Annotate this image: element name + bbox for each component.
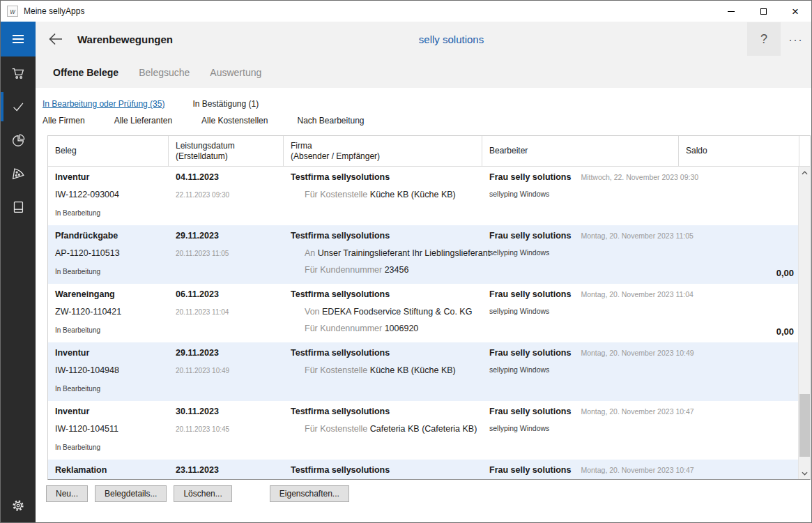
cell-bearbeiter: Frau selly solutions Montag, 20. Novembe… xyxy=(482,284,679,342)
company-name: Testfirma sellysolutions xyxy=(291,172,390,183)
company-name: Testfirma sellysolutions xyxy=(291,289,390,300)
sidebar-item-tasks[interactable] xyxy=(1,90,36,123)
sidebar xyxy=(1,22,36,522)
col-header-saldo[interactable]: Saldo xyxy=(679,136,799,166)
editor-device: sellyping Windows xyxy=(489,190,549,198)
more-options-button[interactable]: ··· xyxy=(781,22,811,56)
company-line: Für Kundennummer 1006920 xyxy=(305,324,418,334)
sidebar-item-shop[interactable] xyxy=(1,56,36,90)
cell-bearbeiter: Frau selly solutions Montag, 20. Novembe… xyxy=(482,460,679,479)
cell-leistungsdatum: 23.11.2023 xyxy=(169,460,284,479)
cell-leistungsdatum: 29.11.2023 20.11.2023 11:05 xyxy=(169,225,284,284)
doc-status: In Bearbeitung xyxy=(55,266,100,277)
cell-bearbeiter: Frau selly solutions Montag, 20. Novembe… xyxy=(482,342,679,401)
company-line: Für Kostenstelle Cafeteria KB (Cafeteria… xyxy=(305,424,477,434)
close-button[interactable]: × xyxy=(779,1,811,22)
created-date: 20.11.2023 11:04 xyxy=(176,307,229,317)
filter-in-bearbeitung[interactable]: In Bearbeitung oder Prüfung (35) xyxy=(43,99,164,109)
back-arrow-icon xyxy=(47,31,64,47)
col-header-bearbeiter[interactable]: Bearbeiter xyxy=(482,136,679,166)
table-row[interactable]: Reklamation 23.11.2023 Testfirma sellyso… xyxy=(48,460,799,479)
company-name: Testfirma sellysolutions xyxy=(291,231,390,241)
table-row[interactable]: Inventur IW-1120-104511 In Bearbeitung 3… xyxy=(48,401,799,460)
company-line: Für Kundennummer 23456 xyxy=(305,265,408,275)
doc-number: IW-1120-104948 xyxy=(55,365,119,376)
chevron-up-icon xyxy=(802,171,808,175)
loeschen-button[interactable]: Löschen... xyxy=(174,485,231,502)
company-name: Testfirma sellysolutions xyxy=(291,348,390,358)
check-icon xyxy=(10,99,26,114)
neu-button[interactable]: Neu... xyxy=(46,485,88,502)
col-header-firma[interactable]: Firma(Absender / Empfänger) xyxy=(284,136,482,166)
company-line: An Unser Trainingslieferant Ihr Liebling… xyxy=(305,248,490,259)
editor-date: Montag, 20. November 2023 11:04 xyxy=(581,290,694,298)
editor-device: sellyping Windows xyxy=(489,424,549,432)
filter-alle-lieferanten[interactable]: Alle Lieferanten xyxy=(114,116,172,126)
titlebar: w Meine sellyApps × xyxy=(1,1,811,22)
company-line: Von EDEKA Foodservice Stiftung & Co. KG xyxy=(305,307,472,317)
book-icon xyxy=(10,199,26,215)
sidebar-item-catering[interactable] xyxy=(1,157,36,190)
belegdetails-button[interactable]: Belegdetails... xyxy=(95,485,167,502)
footer-button-bar: Neu... Belegdetails... Löschen... Eigens… xyxy=(46,485,811,502)
help-button[interactable]: ? xyxy=(747,22,781,56)
tab-auswertung[interactable]: Auswertung xyxy=(210,67,261,78)
chevron-down-icon xyxy=(802,471,808,476)
doc-number: AP-1120-110513 xyxy=(55,248,120,259)
back-button[interactable] xyxy=(44,27,68,51)
editor-name: Frau selly solutions xyxy=(489,289,571,299)
filter-alle-kostenstellen[interactable]: Alle Kostenstellen xyxy=(201,116,268,126)
hamburger-menu-button[interactable] xyxy=(1,22,36,56)
doc-type: Wareneingang xyxy=(55,289,115,300)
saldo-value: 0,00 xyxy=(776,326,794,337)
cell-saldo: 0,00 xyxy=(679,284,799,342)
table-row[interactable]: Inventur IW-1120-104948 In Bearbeitung 2… xyxy=(48,342,799,401)
maximize-icon xyxy=(760,8,767,15)
cell-saldo xyxy=(679,460,799,479)
sidebar-spacer xyxy=(1,224,36,489)
page-header: Warenbewegungen selly solutions ? ··· xyxy=(36,22,811,56)
table-row[interactable]: Pfandrückgabe AP-1120-110513 In Bearbeit… xyxy=(48,225,799,284)
table-header: Beleg Leistungsdatum(Erstelldatum) Firma… xyxy=(48,136,810,167)
cell-firma: Testfirma sellysolutions xyxy=(284,460,482,479)
table-row[interactable]: Wareneingang ZW-1120-110421 In Bearbeitu… xyxy=(48,284,799,342)
service-date: 29.11.2023 xyxy=(176,231,219,241)
service-date: 23.11.2023 xyxy=(176,465,219,476)
filter-nach-bearbeitung[interactable]: Nach Bearbeitung xyxy=(297,116,364,126)
sidebar-item-reports[interactable] xyxy=(1,123,36,157)
tab-belegsuche[interactable]: Belegsuche xyxy=(139,67,190,78)
service-date: 06.11.2023 xyxy=(176,289,219,300)
cell-beleg: Reklamation xyxy=(48,460,169,479)
created-date: 22.11.2023 09:30 xyxy=(176,190,229,200)
created-date: 20.11.2023 10:49 xyxy=(176,365,229,376)
filter-alle-firmen[interactable]: Alle Firmen xyxy=(43,116,85,126)
doc-status: In Bearbeitung xyxy=(55,208,100,218)
editor-device: sellyping Windows xyxy=(489,248,549,257)
service-date: 29.11.2023 xyxy=(176,348,219,358)
cell-bearbeiter: Frau selly solutions Montag, 20. Novembe… xyxy=(482,225,679,284)
cell-leistungsdatum: 30.11.2023 20.11.2023 10:45 xyxy=(169,401,284,460)
settings-button[interactable] xyxy=(1,489,36,522)
tab-offene-belege[interactable]: Offene Belege xyxy=(53,67,118,78)
scrollbar-thumb[interactable] xyxy=(799,394,810,457)
filter-in-bestaetigung[interactable]: In Bestätigung (1) xyxy=(192,99,259,109)
editor-device: sellyping Windows xyxy=(489,307,549,315)
company-line: Für Kostenstelle Küche KB (Küche KB) xyxy=(305,190,456,200)
cell-leistungsdatum: 29.11.2023 20.11.2023 10:49 xyxy=(169,342,284,401)
vertical-scrollbar[interactable] xyxy=(798,167,810,479)
col-header-beleg[interactable]: Beleg xyxy=(48,136,169,166)
editor-name: Frau selly solutions xyxy=(489,465,571,475)
scrollbar-down-button[interactable] xyxy=(799,467,810,479)
eigenschaften-button[interactable]: Eigenschaften... xyxy=(270,485,349,502)
minimize-button[interactable] xyxy=(715,1,747,22)
col-header-leistungsdatum[interactable]: Leistungsdatum(Erstelldatum) xyxy=(169,136,284,166)
table-body: Inventur IW-1122-093004 In Bearbeitung 0… xyxy=(48,167,810,479)
doc-number: IW-1122-093004 xyxy=(55,190,119,200)
hamburger-icon xyxy=(10,31,26,47)
sidebar-item-catalog[interactable] xyxy=(1,190,36,224)
company-line: Für Kostenstelle Küche KB (Küche KB) xyxy=(305,365,456,376)
maximize-button[interactable] xyxy=(747,1,779,22)
scrollbar-up-button[interactable] xyxy=(799,167,810,179)
table-row[interactable]: Inventur IW-1122-093004 In Bearbeitung 0… xyxy=(48,167,799,225)
service-date: 30.11.2023 xyxy=(176,407,219,417)
